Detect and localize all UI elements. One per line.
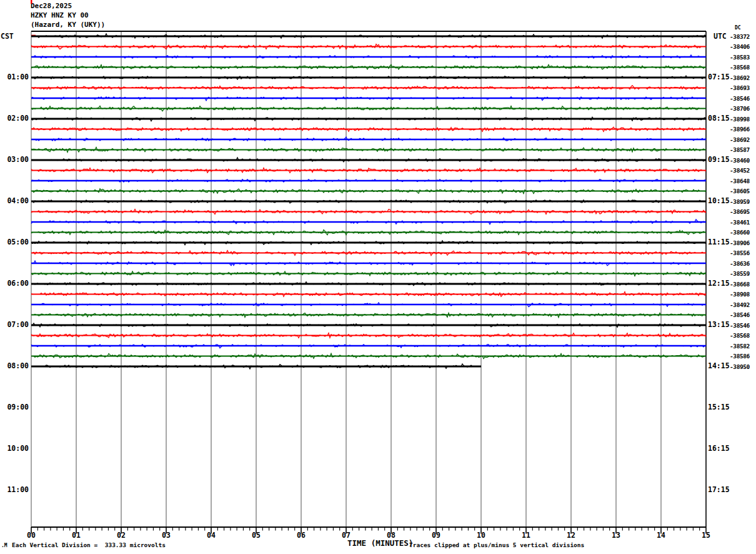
- dc-offset-value: -38695: [730, 208, 750, 215]
- hour-label-utc: 17:15: [708, 485, 734, 495]
- corner-mark: .M: [1, 543, 7, 548]
- scale-note: Each Vertical Division = 333.33 microvol…: [12, 541, 166, 548]
- hour-label-cst: 07:00: [1, 320, 29, 330]
- trace-row: [31, 323, 706, 328]
- dc-offset-value: -38568: [730, 64, 750, 71]
- dc-offset-value: -38582: [730, 343, 750, 350]
- dc-offset-value: -38461: [730, 219, 750, 226]
- dc-offset-value: -38556: [730, 249, 750, 256]
- trace-row: [31, 271, 706, 276]
- x-tick-label: 09: [427, 531, 445, 540]
- trace-row: [31, 55, 706, 58]
- hour-label-cst: 06:00: [1, 279, 29, 288]
- dc-offset-value: -38492: [730, 301, 750, 308]
- hour-label-cst: 05:00: [1, 238, 29, 247]
- trace-row: [31, 200, 706, 203]
- trace-row: [31, 303, 706, 307]
- x-tick-label: 13: [607, 531, 625, 540]
- dc-offset-value: -38546: [730, 311, 750, 318]
- dc-offset-value: -38406: [730, 43, 750, 50]
- trace-row: [31, 209, 706, 214]
- helicorder-plot: [0, 0, 756, 554]
- trace-row: [31, 353, 706, 358]
- x-tick-label: 03: [157, 531, 175, 540]
- dc-offset-value: -38605: [730, 188, 750, 194]
- dc-offset-value: -38452: [730, 167, 750, 174]
- trace-row: [31, 333, 706, 338]
- dc-offset-value: -38586: [730, 353, 750, 360]
- dc-offset-value: -38648: [730, 178, 750, 184]
- dc-offset-value: -38587: [730, 146, 750, 153]
- hour-label-utc: 16:15: [708, 444, 734, 453]
- x-tick-label: 01: [67, 531, 85, 540]
- dc-offset-value: -38692: [730, 136, 750, 143]
- dc-offset-value: -38906: [730, 239, 750, 246]
- trace-row: [31, 241, 706, 245]
- trace-row: [31, 97, 706, 101]
- dc-offset-value: -38636: [730, 260, 750, 267]
- trace-row: [31, 147, 706, 152]
- hour-label-cst: 01:00: [1, 73, 29, 82]
- trace-row: [31, 158, 706, 162]
- dc-offset-value: -38693: [730, 84, 750, 91]
- dc-offset-value: -38966: [730, 126, 750, 133]
- trace-row: [31, 76, 706, 79]
- trace-row: [31, 117, 706, 121]
- dc-offset-value: -38660: [730, 229, 750, 236]
- hour-label-cst: 10:00: [1, 444, 29, 453]
- dc-offset-value: -38950: [730, 363, 750, 370]
- dc-offset-value: -38668: [730, 281, 750, 288]
- trace-row: [31, 168, 706, 173]
- trace-row: [31, 345, 706, 348]
- trace-row: [31, 292, 706, 297]
- trace-row: [31, 106, 706, 111]
- trace-row: [31, 86, 706, 89]
- trace-row: [31, 64, 706, 69]
- trace-row: [31, 251, 706, 256]
- trace-row: [31, 127, 706, 131]
- dc-offset-value: -38706: [730, 105, 750, 112]
- dc-offset-value: -38372: [730, 33, 750, 40]
- dc-offset-value: -38546: [730, 95, 750, 102]
- x-axis-label: TIME (MINUTES): [347, 539, 413, 548]
- dc-offset-value: -38460: [730, 157, 750, 164]
- hour-label-cst: 08:00: [1, 361, 29, 371]
- trace-row: [31, 219, 706, 224]
- x-tick-label: 04: [202, 531, 220, 540]
- dc-offset-value: -38583: [730, 54, 750, 61]
- trace-row: [31, 313, 706, 317]
- trace-row: [31, 137, 706, 141]
- x-tick-label: 15: [697, 531, 715, 540]
- hour-label-cst: 09:00: [1, 403, 29, 412]
- dc-offset-value: -38546: [730, 322, 750, 329]
- dc-offset-value: -38559: [730, 270, 750, 277]
- x-tick-label: 00: [22, 531, 40, 540]
- clip-note: Traces clipped at plus/minus 5 vertical …: [409, 541, 584, 548]
- trace-row: [31, 189, 706, 194]
- x-tick-label: 14: [652, 531, 670, 540]
- x-tick-label: 05: [247, 531, 265, 540]
- trace-row: [31, 34, 706, 38]
- x-tick-label: 11: [517, 531, 535, 540]
- hour-label-cst: 03:00: [1, 155, 29, 164]
- dc-offset-value: -38998: [730, 116, 750, 123]
- x-tick-label: 10: [472, 531, 490, 540]
- trace-row: [31, 282, 706, 286]
- trace-row: [31, 230, 706, 235]
- x-tick-label: 02: [112, 531, 130, 540]
- dc-offset-value: -38568: [730, 332, 750, 339]
- trace-row: [31, 44, 706, 49]
- hour-label-utc: 15:15: [708, 403, 734, 412]
- helicorder-screen: Dec28,2025 HZKY HNZ KY 00 (Hazard, KY (U…: [0, 0, 756, 554]
- hour-label-cst: 02:00: [1, 114, 29, 123]
- trace-row: [31, 179, 706, 182]
- trace-row: [31, 261, 706, 266]
- hour-label-cst: 11:00: [1, 485, 29, 495]
- dc-offset-value: -38908: [730, 291, 750, 298]
- dc-offset-value: -38692: [730, 74, 750, 81]
- dc-offset-value: -38959: [730, 198, 750, 205]
- x-tick-label: 12: [562, 531, 580, 540]
- x-tick-label: 06: [292, 531, 310, 540]
- hour-label-cst: 04:00: [1, 196, 29, 206]
